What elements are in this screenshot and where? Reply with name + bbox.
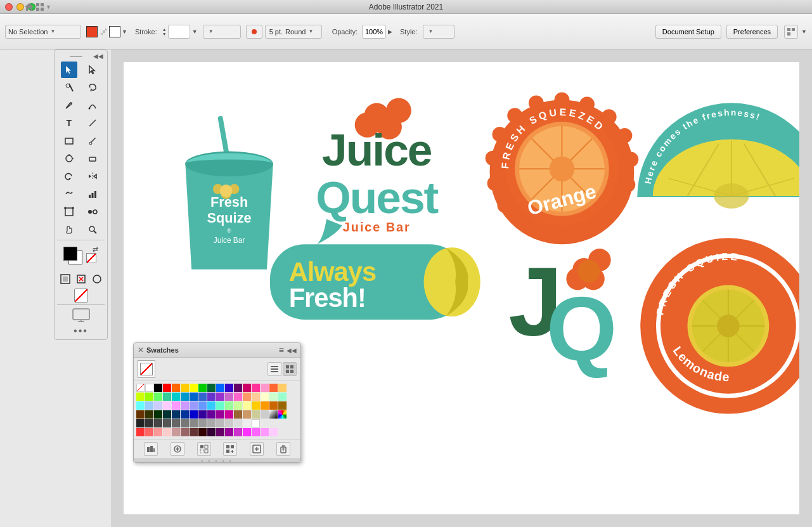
toolbox-collapse[interactable]: ◀◀ xyxy=(93,53,103,60)
swatch-thistle[interactable] xyxy=(163,401,171,410)
hand-tool-button[interactable] xyxy=(61,221,77,238)
swatch-violet-pink[interactable] xyxy=(172,401,180,410)
swatch-grid-view-button[interactable] xyxy=(283,362,297,376)
swatch-blue[interactable] xyxy=(216,384,224,392)
swatch-forest[interactable] xyxy=(154,410,162,419)
swatch-lime[interactable] xyxy=(136,393,145,401)
swatch-spectrum[interactable] xyxy=(278,410,287,419)
swatch-olive[interactable] xyxy=(145,410,153,419)
swatch-cyan[interactable] xyxy=(172,393,180,401)
swatch-brown[interactable] xyxy=(278,401,287,410)
swatch-rosewood[interactable] xyxy=(181,428,189,436)
swatch-peach[interactable] xyxy=(278,384,287,392)
fresh-squize-lemonade-logo[interactable]: FRESH SQUIZE Lemonade xyxy=(640,238,799,413)
graph-tool-button[interactable] xyxy=(84,186,101,202)
variable-font-select[interactable]: ▼ xyxy=(203,25,241,39)
swatch-none-box[interactable] xyxy=(138,360,155,378)
stroke-width-input[interactable] xyxy=(168,25,190,39)
swatch-medium-blue[interactable] xyxy=(190,410,198,419)
swatch-green[interactable] xyxy=(198,384,207,392)
swatches-collapse-icon[interactable]: ◀◀ xyxy=(287,347,297,354)
document-setup-button[interactable]: Document Setup xyxy=(655,25,721,39)
view-dropdown-arrow[interactable]: ▼ xyxy=(46,4,51,10)
swatch-pink-2[interactable] xyxy=(234,393,242,401)
swatch-medium-violet[interactable] xyxy=(234,428,242,436)
style-dropdown[interactable]: ▼ xyxy=(423,25,454,39)
swatch-pink[interactable] xyxy=(261,384,269,392)
eyedropper-tool-button[interactable] xyxy=(84,133,101,149)
swatch-amber[interactable] xyxy=(261,401,269,410)
juice-quest-logo[interactable]: Juice Quest Juice Bar xyxy=(316,98,438,244)
swatch-libraries-button[interactable] xyxy=(144,442,158,456)
blend-tool-button[interactable] xyxy=(84,204,101,220)
swatch-silver-2[interactable] xyxy=(225,419,233,427)
swatch-cobalt[interactable] xyxy=(198,393,207,401)
swatch-very-pale-fuchsia[interactable] xyxy=(269,428,278,436)
swatch-salmon[interactable] xyxy=(243,393,251,401)
swatch-near-white[interactable] xyxy=(243,419,251,427)
swatch-show-swatch-kinds-button[interactable] xyxy=(197,442,211,456)
arrange-icon[interactable] xyxy=(784,25,798,39)
fill-color[interactable] xyxy=(86,26,98,37)
stroke-dropdown-arrow[interactable]: ▼ xyxy=(192,29,198,35)
swatch-seafoam[interactable] xyxy=(216,401,224,410)
swatch-orange[interactable] xyxy=(172,384,180,392)
swatch-very-pale-red[interactable] xyxy=(163,428,171,436)
rotate-tool-button[interactable] xyxy=(61,168,77,185)
swatch-honeydew[interactable] xyxy=(234,401,242,410)
swatch-purple[interactable] xyxy=(234,384,242,392)
mirror-tool-button[interactable] xyxy=(84,168,101,185)
lemon-freshness-logo[interactable]: Here comes the freshness! freshness! xyxy=(637,103,799,208)
foreground-color-box[interactable] xyxy=(63,247,77,261)
swatch-sky-blue[interactable] xyxy=(190,393,198,401)
swatch-dark-purple[interactable] xyxy=(207,410,216,419)
eraser-tool-button[interactable] xyxy=(84,150,101,167)
swatch-yellow-green[interactable] xyxy=(145,393,153,401)
swatches-resize-handle[interactable]: • • • • • xyxy=(134,459,300,462)
swatches-close-button[interactable]: ✕ xyxy=(138,346,144,355)
fill-stroke-swap-icon[interactable] xyxy=(99,27,109,37)
swatch-purple-3[interactable] xyxy=(225,428,233,436)
swatch-light-fuchsia[interactable] xyxy=(252,428,260,436)
fresh-squeezed-orange-badge[interactable]: FRESH SQUEEZED Orange xyxy=(486,93,639,245)
swatch-pale-green[interactable] xyxy=(225,401,233,410)
swatch-white-2[interactable] xyxy=(252,419,260,427)
selection-tool-button[interactable] xyxy=(61,62,77,78)
swatch-white[interactable] xyxy=(145,384,153,392)
swatch-very-light-gray[interactable] xyxy=(234,419,242,427)
swatch-very-dark-gray[interactable] xyxy=(145,419,153,427)
swatch-pale-fuchsia[interactable] xyxy=(261,428,269,436)
swatch-gray-2[interactable] xyxy=(190,419,198,427)
lasso-tool-button[interactable] xyxy=(84,79,101,96)
jq-monogram-logo[interactable]: J Q xyxy=(508,247,617,380)
home-icon[interactable] xyxy=(24,2,34,12)
swatch-deep-pink[interactable] xyxy=(225,410,233,419)
preferences-button[interactable]: Preferences xyxy=(726,25,778,39)
pixel-snap-button[interactable] xyxy=(89,271,105,287)
swatch-dark-magenta[interactable] xyxy=(216,410,224,419)
swatch-sand[interactable] xyxy=(243,410,251,419)
swatch-apricot[interactable] xyxy=(252,393,260,401)
swatch-dusty-rose[interactable] xyxy=(172,428,180,436)
selection-dropdown[interactable]: No Selection ▼ xyxy=(5,25,81,39)
arrange-dropdown-arrow[interactable]: ▼ xyxy=(801,29,807,35)
warp-tool-button[interactable] xyxy=(61,186,77,202)
swatch-mauve[interactable] xyxy=(181,401,189,410)
swatch-fuchsia[interactable] xyxy=(243,428,251,436)
swatch-navy[interactable] xyxy=(172,410,180,419)
swatch-dodger-blue[interactable] xyxy=(207,401,216,410)
swatch-light-red[interactable] xyxy=(145,428,153,436)
swatch-maroon-light[interactable] xyxy=(190,428,198,436)
swatch-list-view-button[interactable] xyxy=(267,362,281,376)
swatch-gray[interactable] xyxy=(172,419,180,427)
swatch-red[interactable] xyxy=(163,384,171,392)
opacity-arrow[interactable]: ▶ xyxy=(388,29,392,35)
swatch-near-black[interactable] xyxy=(136,419,145,427)
swatch-black[interactable] xyxy=(154,384,162,392)
swatch-light-gray-2[interactable] xyxy=(207,419,216,427)
swatch-bright-red[interactable] xyxy=(136,428,145,436)
swatch-khaki[interactable] xyxy=(252,410,260,419)
swatch-dark-gray-2[interactable] xyxy=(154,419,162,427)
swatch-powder-blue[interactable] xyxy=(145,401,153,410)
scale-tool-button[interactable] xyxy=(61,150,77,167)
